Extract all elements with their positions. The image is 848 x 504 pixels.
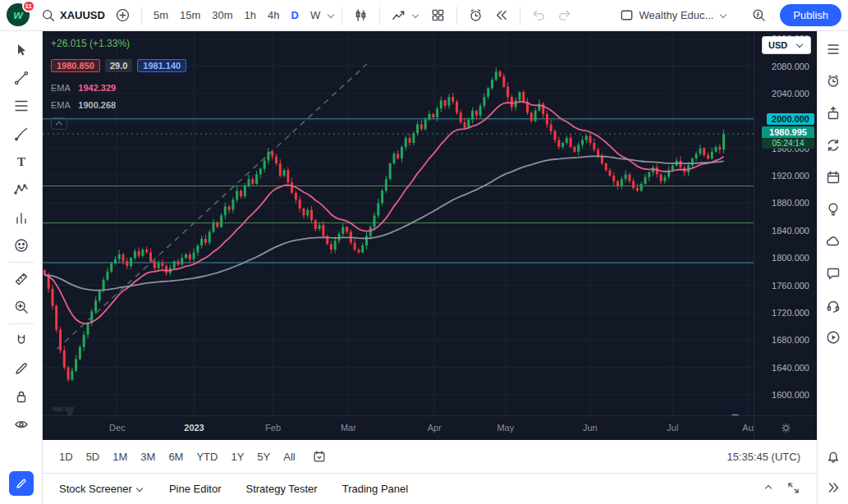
legend-collapse-button[interactable] — [51, 117, 67, 130]
watchlist-button[interactable] — [823, 39, 844, 59]
tab-stock-screener[interactable]: Stock Screener — [59, 483, 144, 495]
panel-maximize-button[interactable] — [786, 481, 800, 497]
chevron-down-icon — [136, 484, 143, 491]
indicators-button[interactable] — [386, 4, 425, 26]
go-to-date-button[interactable] — [307, 446, 332, 467]
drawing-mode-button[interactable] — [7, 355, 36, 383]
watchlist-icon — [825, 41, 841, 57]
layout-name: Wealthy Educ... — [639, 9, 714, 21]
toolbar-divider — [9, 262, 34, 263]
time-label-au: Au — [742, 423, 753, 433]
magnet-mode-button[interactable] — [7, 327, 36, 355]
range-ytd[interactable]: YTD — [190, 447, 224, 466]
quick-search-button[interactable] — [746, 4, 772, 26]
emoji-tool-button[interactable] — [7, 231, 36, 259]
trend-line-icon — [13, 70, 30, 86]
fib-tool-button[interactable] — [7, 92, 36, 120]
range-5d[interactable]: 5D — [80, 447, 107, 466]
text-tool-button[interactable]: T — [7, 148, 36, 176]
range-1d[interactable]: 1D — [53, 447, 80, 466]
chevron-up-icon — [56, 121, 62, 128]
panel-collapse-button[interactable] — [763, 483, 773, 495]
ema-fast-legend: EMA 1942.329 — [51, 83, 186, 93]
interval-group: 5m15m30m1h4hDW — [148, 6, 326, 25]
object-tree-button[interactable] — [823, 103, 844, 123]
range-1m[interactable]: 1M — [106, 447, 134, 466]
ideas-button[interactable] — [823, 199, 844, 219]
cursor-icon — [13, 42, 30, 58]
position-stop-badge[interactable]: 1980.850 — [51, 59, 100, 72]
tab-pine-editor[interactable]: Pine Editor — [169, 483, 222, 495]
minds-button[interactable] — [823, 231, 844, 251]
symbol-search-button[interactable]: XAUUSD — [36, 5, 110, 26]
range-1y[interactable]: 1Y — [224, 447, 250, 466]
interval-W[interactable]: W — [305, 6, 326, 25]
templates-button[interactable] — [425, 4, 451, 26]
measure-tool-button[interactable] — [7, 265, 36, 293]
interval-30m[interactable]: 30m — [206, 6, 238, 25]
position-target-badge[interactable]: 1981.140 — [137, 59, 186, 72]
user-menu-button[interactable]: w 11 — [7, 3, 31, 28]
forecast-tool-button[interactable] — [7, 204, 36, 231]
price-scale[interactable]: USD 2120.0002080.0002040.0002000.0001960… — [754, 31, 817, 415]
lock-drawings-button[interactable] — [7, 383, 36, 410]
hide-drawings-button[interactable] — [7, 410, 36, 438]
tab-strategy-tester[interactable]: Strategy Tester — [245, 483, 317, 495]
time-scale[interactable]: Dec2023FebMarAprMayJunJulAu — [43, 415, 754, 440]
zoom-tool-button[interactable] — [7, 293, 36, 321]
tab-trading-panel[interactable]: Trading Panel — [342, 483, 408, 495]
price-tick: 1760.000 — [772, 281, 809, 291]
calendar-button[interactable] — [823, 167, 844, 187]
drawings-panel-toggle[interactable] — [9, 471, 34, 496]
chart-legend: +26.015 (+1.33%) 1980.850 29.0 1981.140 … — [51, 38, 186, 130]
notifications-button[interactable] — [823, 446, 844, 465]
chat-button[interactable] — [823, 263, 844, 283]
last-price-badge: 1980.99505:24:14 — [762, 126, 814, 149]
symbol-name: XAUUSD — [60, 9, 105, 21]
trend-line-tool-button[interactable] — [7, 64, 36, 92]
bar-replay-button[interactable] — [488, 4, 514, 26]
range-3m[interactable]: 3M — [134, 447, 162, 466]
range-all[interactable]: All — [277, 447, 301, 466]
candlestick-plot[interactable]: +26.015 (+1.33%) 1980.850 29.0 1981.140 … — [43, 31, 754, 415]
chart-style-button[interactable] — [348, 4, 374, 26]
hotlists-button[interactable] — [823, 135, 844, 155]
create-alert-button[interactable] — [463, 4, 488, 26]
toolbar-separator — [341, 7, 342, 25]
replay-icon — [493, 7, 509, 23]
pattern-icon — [13, 181, 30, 198]
currency-dropdown[interactable]: USD — [762, 36, 811, 54]
interval-chevron-down-icon[interactable] — [328, 11, 334, 17]
forecast-icon — [13, 209, 30, 226]
toolbar-separator — [379, 7, 380, 25]
pattern-tool-button[interactable] — [7, 176, 36, 204]
server-clock[interactable]: 15:35:45 (UTC) — [727, 451, 807, 463]
cursor-tool-button[interactable] — [7, 36, 36, 64]
interval-5m[interactable]: 5m — [148, 6, 174, 25]
undo-button[interactable] — [526, 4, 552, 26]
alerts-button[interactable] — [823, 71, 844, 91]
streams-button[interactable] — [823, 328, 844, 347]
magnet-icon — [13, 332, 30, 349]
redo-icon — [557, 7, 572, 23]
redo-button[interactable] — [552, 4, 577, 26]
gear-icon — [779, 421, 793, 435]
save-layout-button[interactable]: Wealthy Educ... — [619, 7, 729, 23]
compare-add-button[interactable] — [110, 4, 135, 26]
fib-retracement-icon — [13, 98, 30, 114]
scale-settings-corner[interactable] — [754, 415, 817, 440]
range-6m[interactable]: 6M — [162, 447, 190, 466]
time-label-mar: Mar — [341, 423, 356, 433]
ema-slow-legend: EMA 1900.268 — [51, 100, 186, 110]
support-button[interactable] — [823, 296, 844, 315]
interval-15m[interactable]: 15m — [174, 6, 206, 25]
interval-1h[interactable]: 1h — [239, 6, 262, 25]
range-5y[interactable]: 5Y — [250, 447, 277, 466]
position-qty-badge[interactable]: 29.0 — [105, 59, 132, 72]
interval-D[interactable]: D — [286, 6, 305, 25]
collapse-sidebar-button[interactable] — [823, 478, 844, 497]
brush-tool-button[interactable] — [7, 120, 36, 148]
interval-4h[interactable]: 4h — [262, 6, 285, 25]
price-tick: 1920.000 — [772, 171, 809, 181]
publish-button[interactable]: Publish — [780, 4, 841, 26]
